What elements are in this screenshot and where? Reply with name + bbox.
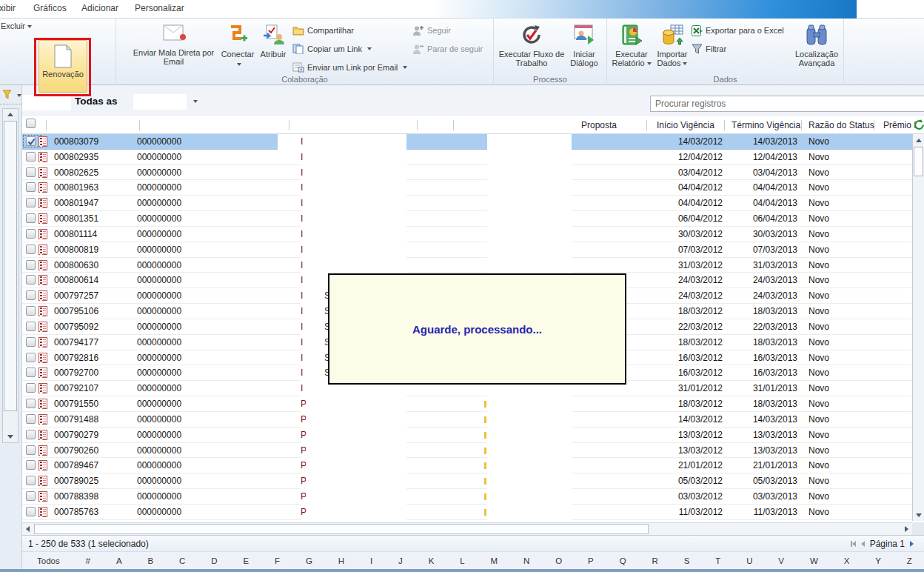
table-row[interactable]: 000789025000000000P05/03/201205/03/2013N…: [22, 473, 912, 489]
enviar-mala-direta-button[interactable]: Enviar Mala Direta por Email: [127, 24, 220, 67]
executar-fluxo-button[interactable]: Executar Fluxo de Trabalho: [495, 24, 569, 68]
alpha-filter-item[interactable]: T: [715, 556, 720, 565]
menu-personalizar[interactable]: Personalizar: [135, 3, 184, 13]
alpha-filter-item[interactable]: Y: [875, 556, 881, 565]
row-checkbox[interactable]: [26, 322, 36, 331]
alpha-filter-item[interactable]: B: [147, 556, 153, 565]
alpha-filter-item[interactable]: L: [460, 556, 464, 565]
alpha-filter-item[interactable]: E: [243, 556, 249, 565]
table-row[interactable]: 000802625000000000I03/04/201203/04/2013N…: [22, 165, 912, 181]
refresh-icon[interactable]: [914, 119, 924, 130]
alpha-filter-item[interactable]: N: [523, 556, 529, 565]
row-checkbox[interactable]: [26, 136, 36, 146]
row-checkbox[interactable]: [26, 430, 36, 439]
column-header-proposta[interactable]: Proposta: [581, 120, 617, 130]
row-checkbox[interactable]: [26, 491, 36, 501]
localizacao-avancada-button[interactable]: Localização Avançada: [787, 24, 846, 68]
row-checkbox[interactable]: [26, 213, 36, 223]
table-row[interactable]: 000791550000000000P18/03/201218/03/2013N…: [22, 396, 912, 412]
previous-page-button[interactable]: [861, 541, 865, 547]
row-checkbox[interactable]: [26, 290, 36, 300]
column-header-razao-status[interactable]: Razão do Status: [808, 120, 874, 130]
table-row[interactable]: 000789467000000000P21/01/201221/01/2013N…: [22, 458, 912, 473]
grid-horizontal-scrollbar[interactable]: [22, 522, 912, 535]
table-row[interactable]: 000791488000000000P14/03/201214/03/2013N…: [22, 412, 912, 428]
alpha-filter-item[interactable]: P: [588, 556, 594, 565]
row-checkbox[interactable]: [26, 306, 36, 316]
atribuir-button[interactable]: Atribuir: [255, 24, 291, 59]
table-row[interactable]: 000801947000000000I04/04/201204/04/2013N…: [22, 196, 912, 211]
table-row[interactable]: 000801114000000000I30/03/201230/03/2013N…: [22, 227, 912, 242]
table-row[interactable]: 000785763000000000P11/03/201211/03/2013N…: [22, 505, 912, 520]
rail-scrollbar[interactable]: [2, 108, 19, 443]
row-checkbox[interactable]: [26, 152, 36, 162]
alpha-filter-item[interactable]: R: [652, 556, 657, 565]
row-checkbox[interactable]: [26, 383, 36, 393]
alpha-filter-item[interactable]: S: [684, 556, 690, 565]
alpha-filter-item[interactable]: H: [338, 556, 344, 565]
alpha-filter-item[interactable]: Z: [907, 556, 912, 565]
scroll-left-icon[interactable]: [26, 526, 30, 532]
excluir-button[interactable]: Excluir: [1, 21, 32, 30]
conectar-button[interactable]: Conectar: [218, 24, 257, 69]
alpha-filter-item[interactable]: J: [398, 556, 403, 565]
row-checkbox[interactable]: [26, 368, 36, 377]
iniciar-dialogo-button[interactable]: Iniciar Diálogo: [566, 24, 603, 68]
row-checkbox[interactable]: [26, 445, 36, 455]
first-page-button[interactable]: [851, 541, 856, 547]
alpha-filter-item[interactable]: D: [211, 556, 217, 565]
enviar-link-email-button[interactable]: Enviar um Link por Email: [292, 60, 407, 75]
row-checkbox[interactable]: [26, 167, 36, 177]
column-header-premio[interactable]: Prêmio I: [883, 120, 917, 130]
exportar-excel-button[interactable]: Exportar para o Excel: [692, 23, 784, 38]
column-header-inicio-vigencia[interactable]: Início Vigência: [657, 120, 714, 130]
alpha-filter-item[interactable]: Todos: [37, 556, 60, 565]
seguir-button[interactable]: Seguir: [412, 23, 451, 38]
scroll-down-icon[interactable]: [916, 513, 922, 517]
vscrollbar-thumb[interactable]: [914, 147, 923, 176]
alpha-filter-item[interactable]: #: [86, 556, 90, 565]
compartilhar-button[interactable]: Compartilhar: [292, 23, 354, 38]
hscrollbar-thumb[interactable]: [34, 524, 649, 534]
scroll-right-icon[interactable]: [905, 526, 908, 532]
menu-adicionar[interactable]: Adicionar: [81, 3, 118, 13]
copiar-link-button[interactable]: Copiar um Link: [292, 41, 372, 56]
scroll-up-icon[interactable]: [916, 139, 922, 142]
row-checkbox[interactable]: [26, 399, 36, 408]
row-checkbox[interactable]: [26, 353, 36, 362]
table-row[interactable]: 000800819000000000I07/03/201207/03/2013N…: [22, 242, 912, 258]
grid-vertical-scrollbar[interactable]: [912, 134, 924, 521]
row-checkbox[interactable]: [26, 507, 36, 516]
table-row[interactable]: 000801351000000000I06/04/201206/04/2013N…: [22, 211, 912, 227]
alpha-filter-item[interactable]: C: [179, 556, 185, 565]
row-checkbox[interactable]: [26, 414, 36, 424]
row-checkbox[interactable]: [26, 260, 36, 270]
row-checkbox[interactable]: [26, 460, 36, 470]
column-header-termino-vigencia[interactable]: Término Vigência: [732, 120, 800, 130]
row-checkbox[interactable]: [26, 245, 36, 254]
scroll-down-icon[interactable]: [7, 435, 13, 439]
alpha-filter-item[interactable]: M: [491, 556, 498, 565]
select-all-checkbox[interactable]: [26, 119, 36, 128]
table-row[interactable]: 000801963000000000I04/04/201204/04/2013N…: [22, 180, 912, 196]
row-checkbox[interactable]: [26, 337, 36, 347]
table-row[interactable]: 000788398000000000P03/03/201203/03/2013N…: [22, 489, 912, 505]
table-row[interactable]: 000803079000000000I14/03/201214/03/2013N…: [22, 134, 912, 150]
filtrar-button[interactable]: Filtrar: [692, 41, 726, 56]
alpha-filter-item[interactable]: K: [429, 556, 435, 565]
menu-graficos[interactable]: Gráficos: [33, 3, 67, 13]
alpha-filter-item[interactable]: O: [555, 556, 562, 565]
table-row[interactable]: 000800630000000000I31/03/201231/03/2013N…: [22, 258, 912, 273]
search-input[interactable]: [650, 96, 924, 112]
row-checkbox[interactable]: [26, 229, 36, 239]
table-row[interactable]: 000802935000000000I12/04/201212/04/2013N…: [22, 150, 912, 165]
chevron-down-icon[interactable]: [193, 100, 198, 103]
menu-exibir[interactable]: Exibir: [0, 3, 16, 13]
alpha-filter-item[interactable]: Q: [620, 556, 626, 565]
alpha-filter-item[interactable]: W: [810, 556, 818, 565]
scroll-up-icon[interactable]: [7, 113, 13, 116]
view-selector-label[interactable]: Todas as: [75, 96, 118, 107]
row-checkbox[interactable]: [26, 198, 36, 207]
alpha-filter-item[interactable]: X: [844, 556, 850, 565]
rail-scrollbar-thumb[interactable]: [4, 121, 17, 411]
